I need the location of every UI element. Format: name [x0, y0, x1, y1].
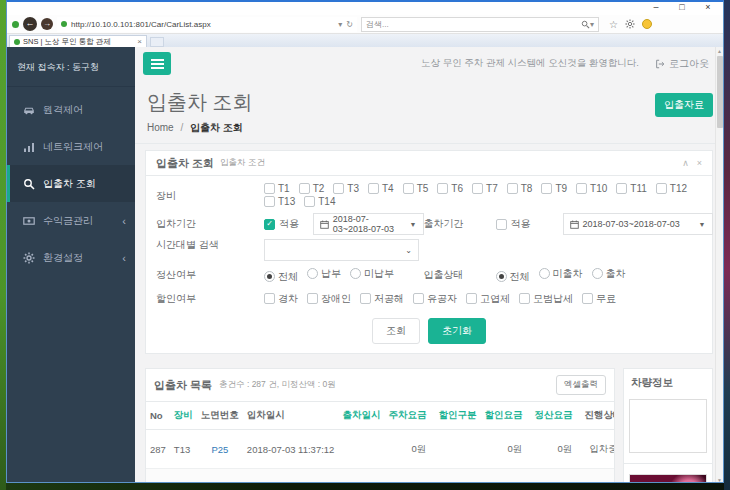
browser-window: – □ × ← → http://10.10.0.101:801/Car/Car… — [6, 0, 724, 483]
sidebar-toggle-button[interactable] — [143, 52, 171, 75]
column-header-장비[interactable]: 장비 — [170, 402, 197, 430]
exit-period-label: 출차기간 — [424, 217, 496, 231]
device-checkbox-T9[interactable]: T9 — [541, 183, 567, 194]
device-checkbox-T14[interactable]: T14 — [304, 196, 335, 207]
browser-tabrow: SNS | 노상 무인 통합 관제 × — [7, 34, 723, 47]
scroll-down-icon[interactable]: ▼ — [717, 476, 722, 483]
magnifier-icon[interactable] — [581, 15, 590, 33]
topbar: 노상 무인 주차 관제 시스템에 오신것을 환영합니다. 로그아웃 — [135, 47, 723, 80]
panel-collapse-icon[interactable]: ∧ — [682, 158, 689, 168]
favorites-star-icon[interactable]: ☆ — [609, 19, 618, 30]
caret-down-icon: ▼ — [699, 221, 706, 228]
entry-period-label: 입차기간 — [156, 217, 264, 231]
sidebar-item-settings[interactable]: 환경설정‹ — [7, 239, 135, 276]
scrollbar-thumb[interactable] — [717, 56, 723, 128]
entry-period-input[interactable]: 2018-07-03~2018-07-03 ▼ — [313, 213, 424, 235]
feedback-smiley-icon[interactable] — [642, 19, 652, 29]
new-tab-button[interactable] — [150, 37, 164, 47]
column-header-할인구분[interactable]: 할인구분 — [434, 402, 480, 430]
sidebar-item-car-inout-search[interactable]: 입출차 조회 — [7, 165, 135, 202]
device-checkbox-T7[interactable]: T7 — [472, 183, 498, 194]
device-checkbox-T13[interactable]: T13 — [264, 196, 295, 207]
window-maximize-button[interactable]: □ — [671, 2, 693, 14]
search-caret-icon[interactable]: ▾ — [590, 20, 594, 29]
discount-checkbox-경차[interactable]: 경차 — [264, 292, 298, 306]
column-header-정산요금[interactable]: 정산요금 — [530, 402, 580, 430]
settle-radio-납부[interactable]: 납부 — [307, 267, 341, 281]
device-checkbox-T1[interactable]: T1 — [264, 183, 290, 194]
exit-period-value: 2018-07-03~2018-07-03 — [583, 219, 680, 229]
entry-apply-checkbox[interactable]: 적용 — [264, 217, 304, 231]
radio-selected-icon — [264, 271, 275, 282]
inout-radio-출차[interactable]: 출차 — [592, 267, 626, 281]
cell-road_no: P25 — [197, 430, 243, 469]
inout-label: 입출상태 — [424, 268, 496, 282]
discount-checkbox-저공해[interactable]: 저공해 — [360, 292, 404, 306]
radio-icon — [539, 268, 550, 279]
settle-radio-미납부[interactable]: 미납부 — [350, 267, 394, 281]
radio-icon — [592, 268, 603, 279]
column-header-할인요금[interactable]: 할인요금 — [480, 402, 530, 430]
time-range-select[interactable]: ⌄ — [264, 239, 419, 261]
inout-radio-전체[interactable]: 전체 — [496, 270, 530, 284]
device-checkbox-T5[interactable]: T5 — [403, 183, 429, 194]
road-number-link[interactable]: P15 — [211, 483, 228, 484]
column-header-입차일시: 입차일시 — [243, 402, 339, 430]
sidebar-item-network-control[interactable]: 네트워크제어 — [7, 128, 135, 165]
sidebar-item-revenue-management[interactable]: 수익금관리‹ — [7, 202, 135, 239]
inout-radio-미출차[interactable]: 미출차 — [539, 267, 583, 281]
tab-close-icon[interactable]: × — [137, 37, 142, 46]
discount-checkbox-모범납세[interactable]: 모범납세 — [519, 292, 573, 306]
search-input[interactable]: 검색... ▾ — [361, 17, 599, 32]
checkbox-unchecked-icon — [472, 183, 483, 194]
logout-button[interactable]: 로그아웃 — [655, 57, 709, 71]
search-button[interactable]: 조회 — [372, 318, 420, 344]
checkbox-unchecked-icon — [413, 293, 424, 304]
forward-button[interactable]: → — [41, 18, 53, 30]
discount-checkbox-고엽제[interactable]: 고엽제 — [466, 292, 510, 306]
panel-close-icon[interactable]: × — [697, 158, 702, 168]
settle-radio-전체[interactable]: 전체 — [264, 270, 298, 284]
url-field[interactable]: http://10.10.0.101:801/Car/CarList.aspx … — [57, 17, 357, 32]
cell-settle_fee: 0원 — [530, 430, 580, 469]
discount-checkbox-무료[interactable]: 무료 — [582, 292, 616, 306]
window-minimize-button[interactable]: – — [645, 2, 667, 14]
page-heading: 입출차 조회 Home / 입출차 조회 입출자료 — [135, 80, 723, 144]
desktop-edge-right — [724, 0, 730, 490]
refresh-icon[interactable]: ↻ — [346, 20, 353, 29]
exit-apply-checkbox[interactable]: 적용 — [496, 217, 554, 231]
autocomplete-caret-icon[interactable]: ▾ — [338, 20, 342, 29]
cell-settle_fee: 0원 — [530, 469, 580, 484]
exit-period-input[interactable]: 2018-07-03~2018-07-03 ▼ — [563, 213, 713, 235]
device-checkbox-T6[interactable]: T6 — [437, 183, 463, 194]
column-header-출차일시[interactable]: 출차일시 — [338, 402, 384, 430]
inout-data-button[interactable]: 입출자료 — [655, 93, 713, 117]
window-close-button[interactable]: × — [697, 2, 719, 14]
page-scrollbar[interactable]: ▲ ▼ — [715, 47, 723, 483]
device-checkbox-T12[interactable]: T12 — [656, 183, 687, 194]
device-checkbox-T4[interactable]: T4 — [368, 183, 394, 194]
device-checkbox-T11[interactable]: T11 — [616, 183, 647, 194]
scroll-up-icon[interactable]: ▲ — [717, 47, 722, 56]
sidebar-item-remote-control[interactable]: 원격제어 — [7, 91, 135, 128]
cell-no: 287 — [146, 430, 170, 469]
device-checkbox-T8[interactable]: T8 — [507, 183, 533, 194]
vehicle-photo-1[interactable] — [629, 399, 707, 453]
reset-button[interactable]: 초기화 — [428, 318, 486, 344]
vehicle-photo-2[interactable] — [629, 474, 707, 483]
discount-checkbox-유공자[interactable]: 유공자 — [413, 292, 457, 306]
search-placeholder: 검색... — [366, 19, 581, 30]
discount-checkbox-group: 경차장애인저공해유공자고엽제모범납세무료 — [264, 292, 625, 307]
device-checkbox-T10[interactable]: T10 — [576, 183, 607, 194]
excel-export-button[interactable]: 엑셀출력 — [556, 375, 606, 395]
breadcrumb-home[interactable]: Home — [147, 122, 174, 133]
gear-icon[interactable] — [625, 15, 635, 33]
browser-tab[interactable]: SNS | 노상 무인 통합 관제 × — [9, 35, 147, 47]
road-number-link[interactable]: P25 — [211, 444, 228, 455]
back-button[interactable]: ← — [23, 17, 37, 31]
checkbox-unchecked-icon — [307, 293, 318, 304]
device-checkbox-T2[interactable]: T2 — [299, 183, 325, 194]
device-checkbox-T3[interactable]: T3 — [333, 183, 359, 194]
discount-checkbox-장애인[interactable]: 장애인 — [307, 292, 351, 306]
column-header-주차요금[interactable]: 주차요금 — [384, 402, 434, 430]
